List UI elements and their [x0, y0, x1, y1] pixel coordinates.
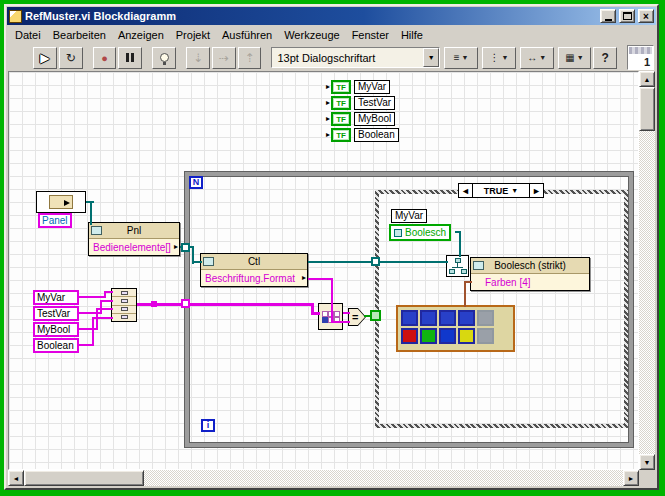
- step-out-button[interactable]: ⇡: [238, 47, 262, 69]
- pnl-node-property-row[interactable]: Bedienelemente[]▸: [89, 239, 179, 255]
- build-array-node[interactable]: [111, 288, 137, 322]
- case-selector-value-box[interactable]: TRUE▼: [472, 184, 530, 197]
- case-previous-icon[interactable]: ◄: [459, 184, 472, 197]
- loop-count-terminal[interactable]: N: [189, 176, 203, 189]
- loop-iteration-terminal[interactable]: i: [201, 419, 215, 432]
- highlight-execution-button[interactable]: [152, 47, 176, 69]
- scroll-down-button[interactable]: ▼: [639, 454, 655, 470]
- menu-projekt[interactable]: Projekt: [170, 27, 216, 43]
- step-over-button[interactable]: ⇢: [212, 47, 236, 69]
- vertical-scrollbar-thumb[interactable]: [639, 87, 655, 131]
- color-array-cell-0[interactable]: [401, 310, 418, 347]
- menu-anzeigen[interactable]: Anzeigen: [112, 27, 170, 43]
- string-constant[interactable]: MyVar: [33, 290, 79, 305]
- string-wire[interactable]: [92, 317, 113, 319]
- string-wire[interactable]: [96, 308, 113, 310]
- case-selector-label[interactable]: ◄ TRUE▼ ►: [458, 183, 544, 198]
- terminal-mybool[interactable]: ▸ TF: [326, 112, 351, 126]
- string-constant[interactable]: MyBool: [33, 322, 79, 337]
- string-constant[interactable]: TestVar: [33, 306, 79, 321]
- terminal-testvar[interactable]: ▸ TF: [326, 96, 351, 110]
- loop-tunnel-reference[interactable]: [181, 243, 190, 252]
- string-wire[interactable]: [96, 308, 98, 330]
- maximize-button[interactable]: [619, 9, 635, 23]
- reorder-objects-dropdown[interactable]: ▦▼: [558, 47, 592, 69]
- terminal-label[interactable]: MyVar: [354, 80, 390, 94]
- string-array-wire[interactable]: [311, 312, 320, 315]
- string-wire[interactable]: [331, 278, 333, 323]
- scroll-up-button[interactable]: ▲: [639, 71, 655, 87]
- align-objects-dropdown[interactable]: ≡▼: [444, 47, 478, 69]
- resize-objects-dropdown[interactable]: ↔▼: [520, 47, 554, 69]
- block-diagram-canvas[interactable]: N i ◄ TRUE▼ ► ▸ TF MyVar ▸ TF TestVar ▸: [8, 71, 639, 470]
- title-bar[interactable]: RefMuster.vi Blockdiagramm ×: [7, 7, 656, 25]
- menu-datei[interactable]: Datei: [9, 27, 47, 43]
- menu-bearbeiten[interactable]: Bearbeiten: [47, 27, 112, 43]
- terminal-label[interactable]: Boolean: [354, 128, 399, 142]
- color-array-cell-4[interactable]: [477, 310, 494, 347]
- scrollbar-track[interactable]: [639, 87, 655, 454]
- menu-hilfe[interactable]: Hilfe: [395, 27, 429, 43]
- string-wire[interactable]: [92, 317, 94, 346]
- string-wire[interactable]: [79, 312, 102, 314]
- menu-werkzeuge[interactable]: Werkzeuge: [278, 27, 345, 43]
- close-button[interactable]: ×: [638, 9, 654, 23]
- panel-ref-label[interactable]: Panel: [38, 213, 72, 228]
- wire-junction[interactable]: [151, 301, 157, 307]
- abort-button[interactable]: ●: [93, 47, 117, 69]
- color-array-cell-2[interactable]: [439, 310, 456, 347]
- vi-icon-button[interactable]: 1: [627, 45, 654, 70]
- string-constant[interactable]: Boolean: [33, 338, 79, 353]
- string-wire[interactable]: [100, 300, 102, 314]
- color-cluster-wire[interactable]: [464, 281, 466, 307]
- boolean-colors-array-constant[interactable]: [396, 305, 515, 352]
- class-specifier-constant[interactable]: Boolesch: [389, 224, 451, 241]
- menu-fenster[interactable]: Fenster: [346, 27, 395, 43]
- pause-button[interactable]: [118, 47, 142, 69]
- string-wire[interactable]: [331, 321, 350, 323]
- minimize-button[interactable]: [600, 9, 616, 23]
- class-wire[interactable]: [459, 231, 461, 257]
- help-button[interactable]: ?: [593, 47, 617, 69]
- to-more-specific-class-node[interactable]: [446, 255, 469, 277]
- case-next-icon[interactable]: ►: [530, 184, 543, 197]
- terminal-label[interactable]: TestVar: [354, 96, 395, 110]
- terminal-boolean[interactable]: ▸ TF: [326, 128, 351, 142]
- font-selector[interactable]: 13pt Dialogschriftart ▼: [271, 47, 440, 68]
- horizontal-scrollbar[interactable]: ◄ ►: [8, 470, 639, 486]
- run-continuous-button[interactable]: ↻: [59, 47, 83, 69]
- font-selector-arrow[interactable]: ▼: [423, 48, 439, 67]
- reference-wire[interactable]: [380, 261, 448, 263]
- vertical-scrollbar[interactable]: ▲ ▼: [639, 71, 655, 470]
- ctl-node-property-row[interactable]: Beschriftung.Format▸: [201, 270, 307, 286]
- ctl-property-node[interactable]: Ctl Beschriftung.Format▸: [200, 253, 308, 287]
- reference-wire[interactable]: [90, 201, 92, 225]
- case-selector-terminal[interactable]: [370, 310, 381, 321]
- reference-wire[interactable]: [192, 261, 202, 263]
- case-free-label[interactable]: MyVar: [391, 209, 427, 223]
- string-wire[interactable]: [100, 300, 113, 302]
- case-tunnel-reference[interactable]: [371, 257, 380, 266]
- string-wire[interactable]: [79, 296, 106, 298]
- scroll-left-button[interactable]: ◄: [8, 470, 24, 486]
- menu-ausfuehren[interactable]: Ausführen: [216, 27, 278, 43]
- step-into-button[interactable]: ⇣: [186, 47, 210, 69]
- color-array-cell-3[interactable]: [458, 310, 475, 347]
- horizontal-scrollbar-thumb[interactable]: [24, 470, 144, 486]
- distribute-objects-dropdown[interactable]: ⋮▼: [482, 47, 516, 69]
- string-wire[interactable]: [104, 291, 113, 293]
- string-wire[interactable]: [343, 312, 350, 314]
- string-array-wire[interactable]: [137, 303, 185, 306]
- reference-wire[interactable]: [308, 261, 373, 263]
- string-wire[interactable]: [308, 278, 333, 280]
- color-array-cell-1[interactable]: [420, 310, 437, 347]
- strict-bool-property-node[interactable]: Boolesch (strikt) Farben [4]: [470, 257, 590, 291]
- loop-tunnel-string-array[interactable]: [181, 299, 190, 308]
- run-button[interactable]: ▶: [33, 47, 57, 69]
- string-array-wire[interactable]: [189, 303, 313, 306]
- pnl-property-node[interactable]: Pnl Bedienelemente[]▸: [88, 222, 180, 256]
- strict-node-property-row[interactable]: Farben [4]: [471, 274, 589, 290]
- terminal-myvar[interactable]: ▸ TF: [326, 80, 351, 94]
- panel-ref-constant[interactable]: [36, 191, 86, 213]
- terminal-label[interactable]: MyBool: [354, 112, 395, 126]
